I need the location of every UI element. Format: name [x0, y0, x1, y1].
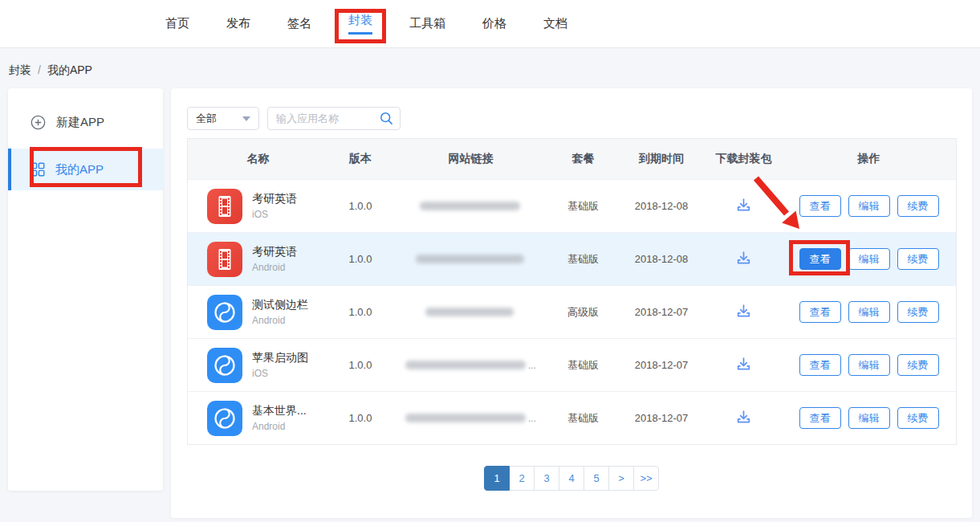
plus-circle-icon [30, 115, 46, 130]
breadcrumb-section[interactable]: 封装 [9, 63, 31, 76]
app-version: 1.0.0 [328, 412, 392, 424]
annotation-box-view-button [789, 240, 850, 275]
last-page-button[interactable]: >> [633, 466, 659, 491]
website-link-redacted [425, 308, 514, 316]
view-button[interactable]: 查看 [799, 195, 841, 217]
app-version: 1.0.0 [328, 359, 392, 371]
column-header: 名称 [188, 152, 328, 166]
table-row[interactable]: 考研英语 iOS 1.0.0 基础版 2018-12-08 查看 编辑 续费 [188, 179, 956, 232]
renew-button[interactable]: 续费 [897, 301, 939, 323]
renew-button[interactable]: 续费 [897, 354, 939, 376]
page-button[interactable]: 3 [534, 466, 559, 491]
nav-tab-封装[interactable]: 封装 [348, 0, 372, 47]
content-panel: 全部 名称版本网站链接套餐到期时间下载封装包操作 [171, 88, 972, 518]
link-ellipsis: ... [528, 360, 536, 371]
nav-tab-工具箱[interactable]: 工具箱 [409, 0, 445, 47]
app-version: 1.0.0 [328, 253, 392, 265]
expiry-date: 2018-12-07 [617, 412, 706, 424]
main-nav: 首页 发布 签名 封装 工具箱 价格 文档 [165, 0, 980, 47]
next-page-button[interactable]: > [608, 466, 634, 491]
table-body: 考研英语 iOS 1.0.0 基础版 2018-12-08 查看 编辑 续费 [188, 179, 956, 444]
edit-button[interactable]: 编辑 [848, 301, 890, 323]
app-name: 考研英语 [252, 192, 297, 206]
view-button[interactable]: 查看 [799, 354, 841, 376]
link-ellipsis: ... [528, 413, 536, 424]
page-button[interactable]: 4 [559, 466, 584, 491]
page-button[interactable]: 1 [484, 466, 510, 491]
column-header: 下载封装包 [706, 152, 782, 166]
sidebar-item-label: 新建APP [56, 115, 104, 130]
download-icon[interactable] [735, 303, 752, 319]
app-name: 基本世界... [252, 404, 307, 418]
nav-tab-文档[interactable]: 文档 [543, 0, 567, 47]
sidebar: 新建APP 我的APP [8, 88, 163, 491]
sidebar-item-label: 我的APP [55, 162, 104, 177]
app-platform: Android [252, 421, 307, 432]
category-filter-dropdown[interactable]: 全部 [187, 107, 259, 130]
table-row[interactable]: 苹果启动图 iOS 1.0.0 ... 基础版 2018-12-07 查看 编辑… [188, 338, 956, 391]
expiry-date: 2018-12-07 [617, 306, 706, 318]
website-link-cell [392, 202, 549, 210]
nav-tab-label: 首页 [165, 16, 189, 31]
film-app-icon [207, 189, 242, 224]
sidebar-item-my-app[interactable]: 我的APP [8, 149, 163, 190]
renew-button[interactable]: 续费 [897, 195, 939, 217]
dropdown-value: 全部 [196, 112, 217, 126]
edit-button[interactable]: 编辑 [848, 248, 890, 270]
renew-button[interactable]: 续费 [897, 248, 939, 270]
website-link-cell [392, 308, 549, 316]
top-navigation-bar: 首页 发布 签名 封装 工具箱 价格 文档 [0, 0, 980, 48]
table-row[interactable]: 基本世界... Android 1.0.0 ... 基础版 2018-12-07… [188, 391, 956, 444]
renew-button[interactable]: 续费 [897, 407, 939, 429]
view-button[interactable]: 查看 [799, 407, 841, 429]
download-icon[interactable] [735, 250, 752, 266]
plan-label: 高级版 [549, 305, 617, 320]
website-link-redacted [405, 414, 526, 422]
nav-tab-label: 工具箱 [409, 16, 445, 31]
view-button[interactable]: 查看 [799, 301, 841, 323]
search-icon[interactable] [380, 112, 393, 125]
page-button[interactable]: 2 [509, 466, 535, 491]
nav-tab-label: 签名 [287, 16, 311, 31]
download-icon[interactable] [735, 409, 752, 425]
column-header: 到期时间 [617, 152, 706, 166]
app-search-box [267, 107, 401, 130]
browser-app-icon [207, 401, 242, 436]
browser-app-icon [207, 295, 242, 330]
view-button[interactable]: 查看 [799, 248, 841, 270]
nav-tab-签名[interactable]: 签名 [287, 0, 311, 47]
website-link-redacted [405, 361, 526, 369]
search-input[interactable] [276, 112, 380, 124]
sidebar-item-new-app[interactable]: 新建APP [8, 101, 163, 143]
app-name: 考研英语 [252, 245, 297, 259]
table-header-row: 名称版本网站链接套餐到期时间下载封装包操作 [188, 139, 956, 179]
page-button[interactable]: 5 [584, 466, 609, 491]
app-name: 苹果启动图 [252, 351, 308, 365]
plan-label: 基础版 [549, 252, 617, 267]
plan-label: 基础版 [549, 358, 617, 373]
app-platform: iOS [252, 368, 308, 379]
nav-tab-发布[interactable]: 发布 [226, 0, 250, 47]
pagination: 1 2 3 4 5 > >> [484, 466, 659, 491]
download-icon[interactable] [735, 197, 752, 213]
download-icon[interactable] [735, 356, 752, 372]
table-row[interactable]: 考研英语 Android 1.0.0 基础版 2018-12-08 查看 编辑 … [188, 232, 956, 285]
app-version: 1.0.0 [328, 200, 392, 212]
nav-tab-label: 价格 [482, 16, 506, 31]
edit-button[interactable]: 编辑 [848, 407, 890, 429]
nav-tab-首页[interactable]: 首页 [165, 0, 189, 47]
grid-icon [30, 162, 45, 177]
table-row[interactable]: 测试侧边栏 Android 1.0.0 高级版 2018-12-07 查看 编辑… [188, 285, 956, 338]
expiry-date: 2018-12-08 [617, 253, 706, 265]
app-name: 测试侧边栏 [252, 298, 308, 312]
column-header: 操作 [782, 152, 956, 166]
edit-button[interactable]: 编辑 [848, 195, 890, 217]
edit-button[interactable]: 编辑 [848, 354, 890, 376]
nav-tab-价格[interactable]: 价格 [482, 0, 506, 47]
website-link-redacted [420, 202, 520, 210]
browser-app-icon [207, 348, 242, 383]
plan-label: 基础版 [549, 199, 617, 214]
website-link-redacted [416, 255, 524, 263]
breadcrumb-separator: / [38, 63, 41, 76]
column-header: 版本 [328, 152, 392, 166]
